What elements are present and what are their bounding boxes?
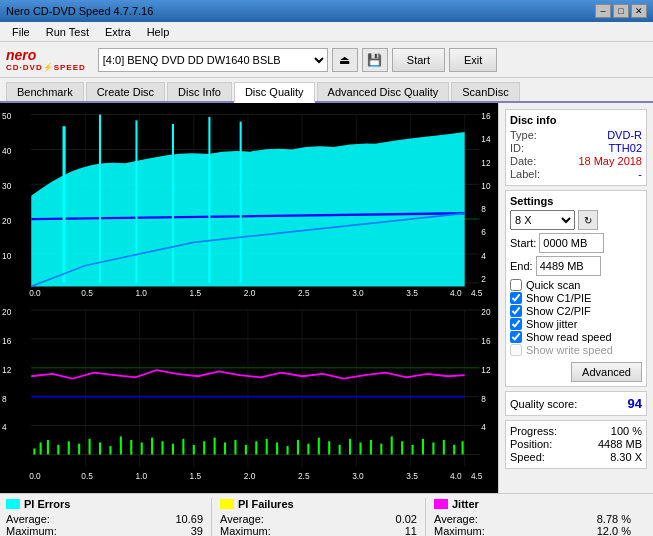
tab-disc-quality[interactable]: Disc Quality — [234, 82, 315, 103]
jitter-color — [434, 499, 448, 509]
svg-rect-78 — [214, 438, 216, 455]
jitter-checkbox[interactable] — [510, 318, 522, 330]
svg-text:14: 14 — [481, 134, 490, 145]
svg-rect-80 — [234, 440, 236, 454]
svg-rect-20 — [208, 117, 210, 283]
titlebar-title: Nero CD-DVD Speed 4.7.7.16 — [6, 5, 153, 17]
settings-title: Settings — [510, 195, 642, 207]
menu-file[interactable]: File — [4, 24, 38, 40]
svg-rect-73 — [161, 441, 163, 454]
svg-rect-72 — [151, 438, 153, 455]
quick-scan-label: Quick scan — [526, 279, 580, 291]
speed-row: 8 X ↻ — [510, 210, 642, 230]
speed-select[interactable]: 8 X — [510, 210, 575, 230]
pi-failures-max-label: Maximum: — [220, 525, 271, 536]
minimize-button[interactable]: – — [595, 4, 611, 18]
svg-rect-17 — [99, 115, 101, 283]
write-speed-checkbox[interactable] — [510, 344, 522, 356]
jitter-max: Maximum: 12.0 % — [434, 525, 631, 536]
svg-text:2.5: 2.5 — [298, 470, 310, 481]
svg-text:2.5: 2.5 — [298, 287, 310, 298]
svg-rect-75 — [182, 439, 184, 455]
menu-help[interactable]: Help — [139, 24, 178, 40]
right-panel: Disc info Type: DVD-R ID: TTH02 Date: 18… — [498, 103, 653, 493]
tab-bar: Benchmark Create Disc Disc Info Disc Qua… — [0, 78, 653, 103]
svg-rect-77 — [203, 441, 205, 454]
menu-run-test[interactable]: Run Test — [38, 24, 97, 40]
speed-row-progress: Speed: 8.30 X — [510, 451, 642, 463]
settings-section: Settings 8 X ↻ Start: End: Quick scan — [505, 190, 647, 387]
svg-rect-16 — [63, 126, 66, 283]
titlebar: Nero CD-DVD Speed 4.7.7.16 – □ ✕ — [0, 0, 653, 22]
tab-disc-info[interactable]: Disc Info — [167, 82, 232, 101]
bottom-chart-svg: 20 16 12 8 4 20 16 12 8 4 0.0 0.5 1.0 1.… — [0, 298, 498, 493]
svg-text:12: 12 — [481, 157, 490, 168]
svg-text:2.0: 2.0 — [244, 287, 256, 298]
tab-benchmark[interactable]: Benchmark — [6, 82, 84, 101]
svg-text:20: 20 — [481, 306, 490, 317]
save-button[interactable]: 💾 — [362, 48, 388, 72]
svg-text:4.0: 4.0 — [450, 470, 462, 481]
svg-rect-64 — [68, 441, 70, 454]
quick-scan-row: Quick scan — [510, 279, 642, 291]
jitter-max-value: 12.0 % — [597, 525, 631, 536]
disc-id-row: ID: TTH02 — [510, 142, 642, 154]
svg-text:50: 50 — [2, 111, 11, 122]
eject-button[interactable]: ⏏ — [332, 48, 358, 72]
svg-text:16: 16 — [481, 335, 490, 346]
top-chart: 50 40 30 20 10 16 14 12 10 8 6 4 2 0.0 0… — [0, 103, 498, 298]
svg-text:16: 16 — [481, 111, 490, 122]
svg-rect-95 — [391, 436, 393, 454]
end-input[interactable] — [536, 256, 601, 276]
stats-row: PI Errors Average: 10.69 Maximum: 39 Tot… — [0, 493, 653, 536]
pi-errors-color — [6, 499, 20, 509]
tab-advanced-disc-quality[interactable]: Advanced Disc Quality — [317, 82, 450, 101]
jitter-legend: Jitter — [434, 498, 631, 510]
svg-text:1.0: 1.0 — [135, 470, 147, 481]
bottom-chart: 20 16 12 8 4 20 16 12 8 4 0.0 0.5 1.0 1.… — [0, 298, 498, 493]
refresh-button[interactable]: ↻ — [578, 210, 598, 230]
menu-extra[interactable]: Extra — [97, 24, 139, 40]
svg-rect-91 — [349, 439, 351, 455]
tab-scan-disc[interactable]: ScanDisc — [451, 82, 519, 101]
svg-text:30: 30 — [2, 180, 11, 191]
svg-text:4: 4 — [481, 250, 486, 261]
close-button[interactable]: ✕ — [631, 4, 647, 18]
c1-pie-checkbox[interactable] — [510, 292, 522, 304]
svg-rect-97 — [412, 445, 414, 455]
svg-rect-86 — [297, 440, 299, 454]
disc-type-row: Type: DVD-R — [510, 129, 642, 141]
read-speed-checkbox[interactable] — [510, 331, 522, 343]
tab-create-disc[interactable]: Create Disc — [86, 82, 165, 101]
svg-text:16: 16 — [2, 335, 11, 346]
c1-pie-row: Show C1/PIE — [510, 292, 642, 304]
svg-rect-62 — [47, 440, 49, 454]
maximize-button[interactable]: □ — [613, 4, 629, 18]
svg-text:10: 10 — [2, 250, 11, 261]
start-input[interactable] — [539, 233, 604, 253]
start-button[interactable]: Start — [392, 48, 445, 72]
quality-score-label: Quality score: — [510, 398, 577, 410]
svg-rect-79 — [224, 442, 226, 454]
pi-errors-max: Maximum: 39 — [6, 525, 203, 536]
advanced-button[interactable]: Advanced — [571, 362, 642, 382]
jitter-label: Show jitter — [526, 318, 577, 330]
svg-rect-84 — [276, 442, 278, 454]
svg-text:12: 12 — [2, 364, 11, 375]
svg-text:0.0: 0.0 — [29, 470, 41, 481]
disc-date-row: Date: 18 May 2018 — [510, 155, 642, 167]
start-label: Start: — [510, 237, 536, 249]
svg-text:0.0: 0.0 — [29, 287, 41, 298]
app-logo: nero CD·DVD⚡SPEED — [6, 47, 86, 72]
pi-errors-legend: PI Errors — [6, 498, 203, 510]
svg-rect-69 — [120, 436, 122, 454]
svg-text:10: 10 — [481, 180, 490, 191]
menubar: File Run Test Extra Help — [0, 22, 653, 42]
quick-scan-checkbox[interactable] — [510, 279, 522, 291]
svg-rect-65 — [78, 444, 80, 455]
drive-select[interactable]: [4:0] BENQ DVD DD DW1640 BSLB — [98, 48, 328, 72]
svg-rect-70 — [130, 440, 132, 454]
disc-id-label: ID: — [510, 142, 524, 154]
exit-button[interactable]: Exit — [449, 48, 497, 72]
c2-pif-checkbox[interactable] — [510, 305, 522, 317]
